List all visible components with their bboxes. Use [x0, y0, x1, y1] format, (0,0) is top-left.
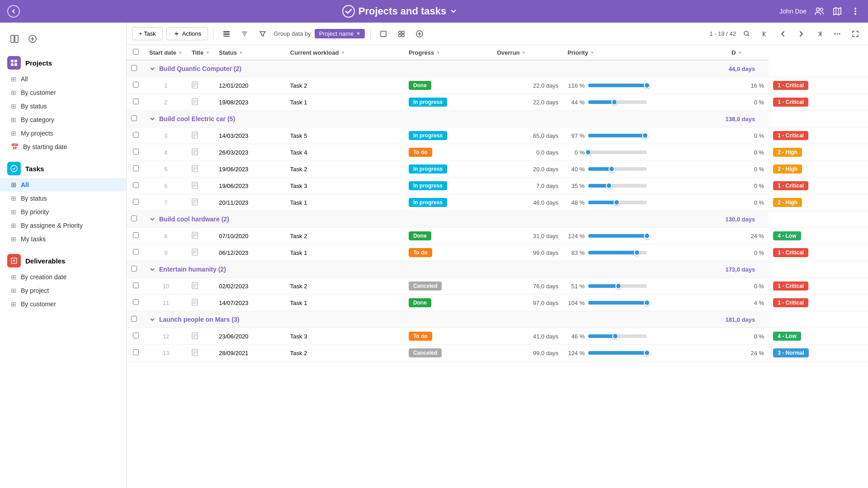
- add-task-button[interactable]: + Task: [132, 27, 163, 40]
- row-date: 02/02/2023: [214, 278, 286, 295]
- group-title[interactable]: Launch people on Mars (3): [149, 316, 239, 323]
- expand-button[interactable]: [394, 27, 409, 41]
- back-button[interactable]: [7, 5, 20, 18]
- progress-bar[interactable]: [588, 351, 647, 355]
- progress-bar[interactable]: [588, 100, 647, 104]
- add-column-button[interactable]: [412, 27, 427, 41]
- group-tag[interactable]: Project name ✕: [315, 29, 365, 38]
- row-checkbox[interactable]: [133, 333, 139, 338]
- col-priority[interactable]: Priority▼: [563, 45, 727, 60]
- select-all-checkbox[interactable]: [133, 49, 139, 55]
- users-icon[interactable]: [814, 6, 825, 17]
- group-tag-remove[interactable]: ✕: [356, 31, 360, 37]
- navbar-left: [7, 5, 20, 18]
- view-toggle-button[interactable]: [219, 27, 234, 41]
- progress-bar[interactable]: [588, 251, 647, 254]
- row-progress: 51 %: [563, 278, 727, 295]
- sidebar-item-projects-startdate[interactable]: 📅 By starting date: [0, 140, 126, 154]
- search-button[interactable]: [740, 27, 754, 41]
- first-page-button[interactable]: [758, 27, 772, 41]
- prev-page-button[interactable]: [776, 27, 790, 41]
- sidebar-item-tasks-assignee[interactable]: ⊞ By assignee & Priority: [0, 219, 126, 232]
- sort-button[interactable]: [237, 27, 252, 41]
- row-checkbox[interactable]: [133, 165, 139, 171]
- row-checkbox[interactable]: [133, 99, 139, 104]
- col-status[interactable]: Status▼: [214, 45, 286, 60]
- more-options-button[interactable]: [830, 27, 844, 41]
- col-overrun[interactable]: Overrun▼: [492, 45, 563, 60]
- group-title[interactable]: Build cool Electric car (5): [149, 115, 235, 122]
- row-checkbox[interactable]: [133, 249, 139, 255]
- row-checkbox[interactable]: [133, 82, 139, 88]
- grid-icon: ⊞: [11, 287, 16, 294]
- row-progress: 83 %: [563, 244, 727, 261]
- col-progress[interactable]: Progress▼: [404, 45, 492, 60]
- row-num-cell: 5: [145, 161, 187, 178]
- group-title[interactable]: Entertain humanity (2): [149, 266, 226, 273]
- group-checkbox[interactable]: [131, 216, 137, 221]
- progress-bar[interactable]: [588, 167, 647, 171]
- sidebar-item-projects-category[interactable]: ⊞ By category: [0, 113, 126, 127]
- sidebar-item-tasks-status[interactable]: ⊞ By status: [0, 192, 126, 205]
- row-checkbox[interactable]: [133, 282, 139, 288]
- progress-bar[interactable]: [588, 234, 647, 238]
- actions-button[interactable]: Actions: [166, 27, 208, 40]
- group-checkbox[interactable]: [131, 316, 137, 322]
- sidebar-item-projects-status[interactable]: ⊞ By status: [0, 99, 126, 113]
- fullscreen-button[interactable]: [848, 27, 863, 41]
- table-row: 9 06/12/2023 Task 1 To do 99,0 days 83 %…: [127, 244, 868, 261]
- last-page-button[interactable]: [812, 27, 826, 41]
- sidebar-item-deliverables-customer[interactable]: ⊞ By customer: [0, 297, 126, 311]
- row-num-cell: 4: [145, 144, 187, 161]
- sidebar-item-projects-all[interactable]: ⊞ All: [0, 72, 126, 86]
- svg-rect-7: [15, 35, 18, 42]
- progress-bar[interactable]: [588, 201, 647, 204]
- row-priority: 2 - High: [769, 194, 851, 211]
- group-checkbox[interactable]: [131, 266, 137, 272]
- row-checkbox[interactable]: [133, 232, 139, 238]
- sidebar-add-button[interactable]: [25, 32, 40, 46]
- collapse-button[interactable]: [376, 27, 391, 41]
- sidebar-item-tasks-mine[interactable]: ⊞ My tasks: [0, 232, 126, 246]
- col-d[interactable]: D▼: [727, 45, 769, 60]
- col-workload[interactable]: Current workload▼: [286, 45, 404, 60]
- sidebar-item-tasks-all[interactable]: ⊞ All: [0, 178, 126, 192]
- row-checkbox[interactable]: [133, 299, 139, 305]
- row-doc-icon-cell: [187, 127, 214, 144]
- dropdown-chevron-icon[interactable]: [450, 8, 457, 15]
- group-checkbox[interactable]: [131, 115, 137, 121]
- sidebar-panel-toggle[interactable]: [7, 32, 22, 46]
- group-checkbox[interactable]: [131, 65, 137, 71]
- progress-bar[interactable]: [588, 301, 647, 305]
- row-checkbox[interactable]: [133, 149, 139, 155]
- svg-point-26: [837, 33, 838, 34]
- progress-bar[interactable]: [588, 284, 647, 288]
- group-title[interactable]: Build cool hardware (2): [149, 216, 229, 223]
- row-checkbox[interactable]: [133, 349, 139, 355]
- grid-icon: ⊞: [11, 181, 16, 188]
- sidebar-item-deliverables-creation[interactable]: ⊞ By creation date: [0, 270, 126, 284]
- progress-bar[interactable]: [588, 84, 647, 87]
- menu-dots-icon[interactable]: [850, 6, 861, 17]
- navbar-center: Projects and tasks: [20, 5, 779, 18]
- progress-bar[interactable]: [588, 134, 647, 137]
- row-checkbox[interactable]: [133, 132, 139, 138]
- sidebar-item-deliverables-project[interactable]: ⊞ By project: [0, 284, 126, 297]
- row-checkbox[interactable]: [133, 199, 139, 205]
- col-title[interactable]: Title▼: [187, 45, 214, 60]
- sidebar-item-projects-customer[interactable]: ⊞ By customer: [0, 86, 126, 99]
- sidebar-item-projects-mine[interactable]: ⊞ My projects: [0, 127, 126, 140]
- sidebar-item-tasks-priority[interactable]: ⊞ By priority: [0, 205, 126, 219]
- status-badge: Done: [409, 81, 431, 90]
- col-start-date[interactable]: Start date▼: [145, 45, 187, 60]
- group-title[interactable]: Build Quantic Computer (2): [149, 65, 241, 72]
- row-num-cell: 8: [145, 228, 187, 244]
- filter-button[interactable]: [255, 27, 270, 41]
- progress-bar[interactable]: [588, 150, 647, 154]
- row-checkbox[interactable]: [133, 182, 139, 188]
- priority-badge: 1 - Critical: [773, 81, 808, 90]
- progress-bar[interactable]: [588, 334, 647, 338]
- progress-bar[interactable]: [588, 184, 647, 188]
- next-page-button[interactable]: [794, 27, 808, 41]
- map-icon[interactable]: [832, 6, 843, 17]
